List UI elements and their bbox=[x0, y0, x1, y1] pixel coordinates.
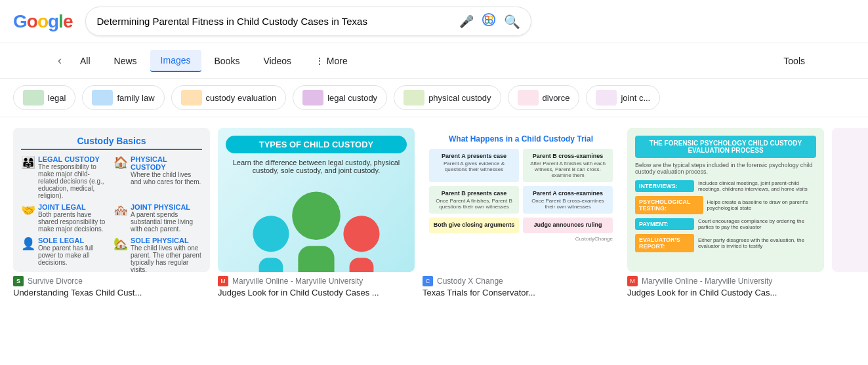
forensic-content: THE FORENSIC PSYCHOLOGY CHILD CUSTODY EV… bbox=[627, 128, 824, 272]
header: G o o g l e 🎤 🔍 bbox=[0, 0, 868, 43]
custody-item-joint-legal: 🤝 JOINT LEGAL Both parents have shared r… bbox=[21, 203, 110, 233]
svg-point-6 bbox=[253, 216, 289, 252]
source-row-1: S Survive Divorce bbox=[13, 276, 210, 286]
joint-physical-icon: 🏘️ bbox=[114, 203, 128, 218]
trial-step-5: Both give closing arguments bbox=[429, 218, 519, 233]
card-title-3: Texas Trials for Conservator... bbox=[423, 288, 619, 298]
trial-step-2: Parent B cross-examines After Parent A f… bbox=[523, 149, 613, 182]
filter-chip-joint-custody[interactable]: joint c... bbox=[586, 85, 660, 110]
forensic-step-report: EVALUATOR'S REPORT: Either party disagre… bbox=[635, 234, 816, 252]
svg-point-0 bbox=[483, 14, 495, 26]
filter-chip-physical-custody[interactable]: physical custody bbox=[394, 85, 501, 110]
custody-item-joint-physical: 🏘️ JOINT PHYSICAL A parent spends substa… bbox=[114, 203, 202, 233]
custody-item-sole-legal: 👤 SOLE LEGAL One parent has full power t… bbox=[21, 237, 110, 272]
filter-chip-custody-evaluation[interactable]: custody evaluation bbox=[171, 85, 287, 110]
card-title-1: Understanding Texas Child Cust... bbox=[13, 288, 210, 298]
source-name-3: Custody X Change bbox=[437, 277, 503, 286]
custody-change-icon: C bbox=[423, 276, 433, 286]
filter-chip-legal[interactable]: legal bbox=[13, 85, 75, 110]
card-title-4: Judges Look for in Child Custody Cas... bbox=[627, 288, 824, 298]
image-card-partial bbox=[832, 128, 868, 298]
trial-source: CustodyChange bbox=[429, 236, 613, 242]
search-icons: 🎤 🔍 bbox=[459, 12, 520, 30]
trial-step-4: Parent A cross-examines Once Parent B cr… bbox=[523, 186, 613, 214]
image-card-trial[interactable]: What Happens in a Child Custody Trial Pa… bbox=[423, 128, 619, 298]
svg-rect-8 bbox=[298, 246, 334, 272]
search-bar: 🎤 🔍 bbox=[85, 7, 531, 36]
svg-point-3 bbox=[486, 20, 489, 24]
search-button[interactable]: 🔍 bbox=[504, 14, 520, 29]
forensic-title: THE FORENSIC PSYCHOLOGY CHILD CUSTODY EV… bbox=[635, 136, 816, 158]
nav-tabs: ‹ All News Images Books Videos ⋮ More To… bbox=[0, 43, 868, 79]
family-illustration bbox=[226, 180, 407, 272]
trial-step-1: Parent A presents case Parent A gives ev… bbox=[429, 149, 519, 182]
card-title-2: Judges Look for in Child Custody Cases .… bbox=[218, 288, 415, 298]
tab-books[interactable]: Books bbox=[204, 50, 251, 71]
tab-videos[interactable]: Videos bbox=[253, 50, 302, 71]
forensic-steps: INTERVIEWS: Includes clinical meetings, … bbox=[635, 180, 816, 252]
types-title: TYPES OF CHILD CUSTODY bbox=[226, 136, 407, 153]
legal-custody-icon: 👨‍👩‍👧 bbox=[21, 155, 35, 170]
image-grid: Custody Basics 👨‍👩‍👧 LEGAL CUSTODY The r… bbox=[0, 117, 868, 308]
image-card-custody-basics[interactable]: Custody Basics 👨‍👩‍👧 LEGAL CUSTODY The r… bbox=[13, 128, 210, 298]
filter-bar: legal family law custody evaluation lega… bbox=[0, 79, 868, 117]
svg-point-4 bbox=[489, 20, 493, 24]
svg-rect-9 bbox=[259, 258, 283, 272]
tab-tools[interactable]: Tools bbox=[773, 50, 816, 71]
source-name-1: Survive Divorce bbox=[28, 277, 83, 286]
forensic-subtitle: Below are the typical steps included in … bbox=[635, 162, 816, 175]
source-row-4: M Maryville Online - Maryville Universit… bbox=[627, 276, 824, 286]
image-card-types-custody[interactable]: TYPES OF CHILD CUSTODY Learn the differe… bbox=[218, 128, 415, 298]
nav-back-button[interactable]: ‹ bbox=[52, 48, 67, 73]
joint-legal-icon: 🤝 bbox=[21, 203, 35, 218]
svg-point-2 bbox=[489, 16, 493, 20]
types-custody-content: TYPES OF CHILD CUSTODY Learn the differe… bbox=[218, 128, 415, 272]
trial-title: What Happens in a Child Custody Trial bbox=[429, 134, 613, 144]
source-name-4: Maryville Online - Maryville University bbox=[642, 277, 772, 286]
forensic-step-payment: PAYMENT: Court encourages compliance by … bbox=[635, 218, 816, 230]
tab-news[interactable]: News bbox=[104, 50, 148, 71]
microphone-icon[interactable]: 🎤 bbox=[459, 14, 474, 29]
physical-custody-icon: 🏠 bbox=[114, 155, 128, 170]
types-desc: Learn the difference between legal custo… bbox=[226, 159, 407, 174]
search-input[interactable] bbox=[96, 16, 453, 27]
filter-chip-legal-custody[interactable]: legal custody bbox=[293, 85, 387, 110]
sole-legal-icon: 👤 bbox=[21, 237, 35, 251]
svg-rect-10 bbox=[350, 258, 374, 272]
image-card-forensic[interactable]: THE FORENSIC PSYCHOLOGY CHILD CUSTODY EV… bbox=[627, 128, 824, 298]
custody-basics-title: Custody Basics bbox=[21, 136, 202, 150]
svg-point-5 bbox=[292, 191, 341, 240]
custody-item-legal: 👨‍👩‍👧 LEGAL CUSTODY The responsibility t… bbox=[21, 155, 110, 199]
svg-point-7 bbox=[343, 216, 379, 252]
source-row-3: C Custody X Change bbox=[423, 276, 619, 286]
filter-chip-family-law[interactable]: family law bbox=[82, 85, 164, 110]
tab-all[interactable]: All bbox=[70, 50, 101, 71]
sole-physical-icon: 🏡 bbox=[114, 237, 128, 251]
source-name-2: Maryville Online - Maryville University bbox=[232, 277, 363, 286]
tab-more[interactable]: ⋮ More bbox=[304, 50, 358, 71]
tab-images[interactable]: Images bbox=[150, 50, 201, 72]
google-logo[interactable]: G o o g l e bbox=[13, 11, 72, 32]
custody-basics-content: Custody Basics 👨‍👩‍👧 LEGAL CUSTODY The r… bbox=[13, 128, 210, 272]
custody-item-sole-physical: 🏡 SOLE PHYSICAL The child lives with one… bbox=[114, 237, 202, 272]
maryville-icon-1: M bbox=[218, 276, 228, 286]
google-lens-icon[interactable] bbox=[482, 12, 496, 30]
trial-content: What Happens in a Child Custody Trial Pa… bbox=[423, 128, 619, 272]
filter-chip-divorce[interactable]: divorce bbox=[508, 85, 580, 110]
source-row-2: M Maryville Online - Maryville Universit… bbox=[218, 276, 415, 286]
survive-divorce-icon: S bbox=[13, 276, 24, 286]
trial-step-3: Parent B presents case Once Parent A fin… bbox=[429, 186, 519, 214]
forensic-step-testing: PSYCHOLOGICAL TESTING: Helps create a ba… bbox=[635, 196, 816, 214]
forensic-step-interviews: INTERVIEWS: Includes clinical meetings, … bbox=[635, 180, 816, 192]
maryville-icon-2: M bbox=[627, 276, 638, 286]
custody-item-physical: 🏠 PHYSICAL CUSTODY Where the child lives… bbox=[114, 155, 202, 199]
trial-step-6: Judge announces ruling bbox=[523, 218, 613, 233]
svg-point-1 bbox=[486, 16, 489, 20]
